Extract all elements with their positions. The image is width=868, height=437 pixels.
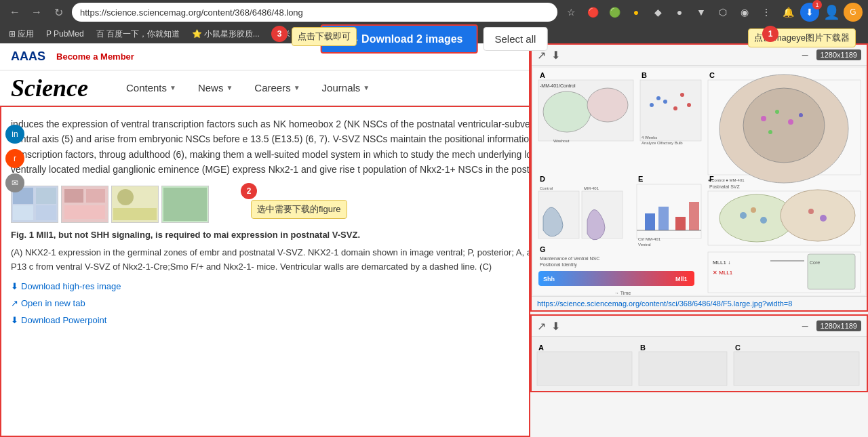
download-button-1[interactable]: ⬇ — [551, 49, 560, 62]
svg-text:G: G — [540, 245, 546, 253]
svg-point-10 — [117, 189, 134, 205]
become-member-link[interactable]: Become a Member — [56, 51, 134, 62]
thumb-3 — [111, 186, 159, 223]
linkedin-icon[interactable]: in — [5, 125, 24, 144]
contents-arrow-icon: ▼ — [170, 84, 176, 91]
extension-icon-8[interactable]: ◉ — [735, 3, 754, 22]
refresh-button[interactable]: ↻ — [49, 3, 68, 22]
nav-contents[interactable]: Contents ▼ — [115, 70, 187, 106]
extension-icon-1[interactable]: 🔴 — [583, 3, 602, 22]
svg-rect-83 — [639, 352, 727, 386]
imageye-download-icon[interactable]: ⬇ — [800, 3, 819, 22]
menu-icon[interactable]: ⋮ — [757, 3, 776, 22]
minimize-button-1[interactable]: – — [798, 47, 812, 62]
open-external-button-2[interactable]: ↗ — [537, 320, 546, 333]
extension-icon-6[interactable]: ▼ — [692, 3, 711, 22]
svg-text:F: F — [709, 175, 714, 183]
svg-rect-13 — [163, 188, 207, 221]
svg-rect-51 — [689, 202, 699, 230]
back-button[interactable]: ← — [5, 3, 24, 22]
click-tooltip: 点击下载即可 — [292, 27, 357, 46]
bookmark-pubmed[interactable]: P PubMed — [43, 28, 87, 40]
svg-point-27 — [680, 93, 684, 97]
card-2-right: – 1280x1189 — [798, 318, 861, 333]
svg-text:C: C — [735, 344, 741, 352]
toolbar-icons: ☆ 🔴 🟢 ● ◆ ● ▼ ⬡ ◉ ⋮ 🔔 ⬇ 👤 G — [561, 3, 863, 22]
select-all-button[interactable]: Select all — [483, 27, 547, 51]
svg-text:B: B — [642, 71, 647, 79]
svg-point-24 — [656, 96, 660, 100]
image-size-1: 1280x1189 — [816, 49, 861, 60]
nav-buttons: ← → ↻ — [5, 3, 68, 22]
extension-icon-3[interactable]: ● — [627, 3, 646, 22]
thumb-4 — [161, 186, 209, 223]
svg-point-38 — [799, 113, 803, 117]
figure-svg: A -MM-401/Control Washout B — [533, 68, 865, 295]
external-link-icon: ↗ — [11, 297, 18, 311]
svg-text:Postnatal SVZ: Postnatal SVZ — [709, 184, 740, 189]
svg-rect-84 — [734, 352, 859, 386]
nav-news[interactable]: News ▼ — [187, 70, 243, 106]
svg-rect-68 — [538, 271, 694, 286]
svg-point-36 — [775, 110, 779, 114]
svg-text:Mll1: Mll1 — [675, 276, 688, 283]
svg-rect-4 — [36, 205, 56, 220]
nav-journals[interactable]: Journals ▼ — [311, 70, 381, 106]
bookmark-apps[interactable]: ⊞ 应用 — [5, 27, 37, 41]
extension-icon-5[interactable]: ● — [670, 3, 689, 22]
careers-arrow-icon: ▼ — [294, 84, 300, 91]
image-url-1: https://science.sciencemag.org/content/s… — [532, 296, 867, 310]
svg-point-35 — [761, 116, 766, 121]
thumb-2 — [61, 186, 108, 223]
extension-icon-4[interactable]: ◆ — [648, 3, 667, 22]
svg-text:MM-401: MM-401 — [584, 186, 599, 190]
extension-icon-7[interactable]: ⬡ — [713, 3, 732, 22]
svg-text:Analyze Olfactory Bulb: Analyze Olfactory Bulb — [642, 141, 683, 145]
download-icon: ⬇ — [11, 280, 18, 294]
svg-rect-11 — [113, 208, 157, 220]
extension-icon-2[interactable]: 🟢 — [605, 3, 624, 22]
reddit-icon[interactable]: r — [5, 149, 24, 168]
svg-text:C: C — [709, 71, 715, 79]
nav-careers[interactable]: Careers ▼ — [243, 70, 311, 106]
image-card-1: ↗ ⬇ – 1280x1189 A -MM-401 — [530, 43, 868, 312]
aaas-logo: AAAS — [11, 49, 45, 64]
email-icon[interactable]: ✉ — [5, 173, 24, 192]
bell-icon[interactable]: 🔔 — [778, 3, 797, 22]
svg-rect-82 — [537, 352, 632, 386]
svg-text:D: D — [540, 175, 545, 183]
image-preview-1: A -MM-401/Control Washout B — [532, 66, 867, 296]
svg-point-63 — [808, 209, 814, 214]
bookmark-mouse[interactable]: ⭐ 小鼠星形胶质... — [189, 27, 263, 41]
image-preview-2: A B C — [532, 337, 867, 391]
svg-text:Core: Core — [810, 260, 820, 265]
card-2-actions: ↗ ⬇ — [537, 320, 560, 333]
main-area: AAAS Become a Member Science Contents ▼ … — [0, 43, 868, 437]
profile-icon[interactable]: 👤 — [822, 3, 841, 22]
extra-icon[interactable]: G — [844, 3, 863, 22]
svg-rect-7 — [86, 189, 105, 203]
svg-rect-3 — [13, 205, 33, 220]
svg-point-26 — [673, 106, 677, 110]
address-bar[interactable]: https://science.sciencemag.org/content/3… — [72, 3, 557, 22]
svg-point-19 — [587, 88, 628, 122]
download-button-2[interactable]: ⬇ — [551, 320, 560, 333]
minimize-button-2[interactable]: – — [798, 318, 812, 333]
svg-rect-8 — [64, 205, 105, 219]
bookmark-baidu[interactable]: 百 百度一下，你就知道 — [93, 27, 183, 41]
badge-3: 3 — [271, 26, 288, 42]
nav-links: Contents ▼ News ▼ Careers ▼ Journals ▼ — [115, 70, 380, 106]
svg-text:B: B — [640, 344, 646, 352]
select-tooltip: 选中需要下载的figure — [251, 200, 347, 219]
svg-point-60 — [740, 212, 747, 219]
image-download-panel: ↗ ⬇ – 1280x1189 A -MM-401 — [529, 43, 868, 437]
svg-text:E: E — [638, 175, 643, 183]
svg-point-61 — [751, 207, 756, 213]
star-icon[interactable]: ☆ — [561, 3, 580, 22]
svg-point-34 — [743, 88, 825, 163]
svg-point-23 — [650, 103, 654, 107]
svg-point-18 — [543, 91, 591, 132]
svg-point-37 — [788, 119, 793, 125]
svg-rect-50 — [675, 217, 686, 230]
forward-button[interactable]: → — [27, 3, 46, 22]
